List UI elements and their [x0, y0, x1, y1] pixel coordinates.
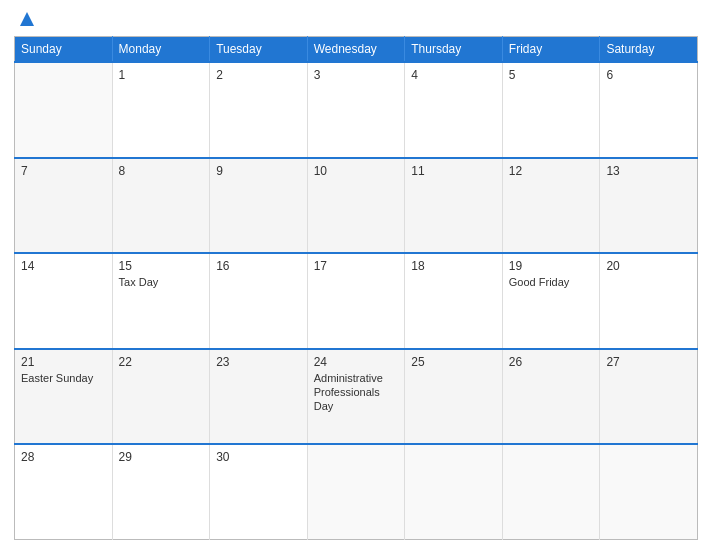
- day-number: 25: [411, 355, 496, 369]
- calendar-col-sunday: Sunday: [15, 37, 113, 63]
- logo: [14, 10, 36, 28]
- day-number: 23: [216, 355, 301, 369]
- calendar-day: 15Tax Day: [112, 253, 210, 349]
- day-number: 11: [411, 164, 496, 178]
- day-number: 1: [119, 68, 204, 82]
- calendar-day: 20: [600, 253, 698, 349]
- svg-marker-0: [20, 12, 34, 26]
- calendar-day: 7: [15, 158, 113, 254]
- day-number: 30: [216, 450, 301, 464]
- calendar-header-row: SundayMondayTuesdayWednesdayThursdayFrid…: [15, 37, 698, 63]
- calendar-event: Tax Day: [119, 275, 204, 289]
- calendar-day: 9: [210, 158, 308, 254]
- calendar-day: 16: [210, 253, 308, 349]
- calendar-day: [405, 444, 503, 540]
- day-number: 10: [314, 164, 399, 178]
- calendar-day: 22: [112, 349, 210, 445]
- calendar-col-monday: Monday: [112, 37, 210, 63]
- day-number: 15: [119, 259, 204, 273]
- page: SundayMondayTuesdayWednesdayThursdayFrid…: [0, 0, 712, 550]
- day-number: 24: [314, 355, 399, 369]
- day-number: 21: [21, 355, 106, 369]
- calendar-col-friday: Friday: [502, 37, 600, 63]
- day-number: 18: [411, 259, 496, 273]
- calendar-day: 24Administrative Professionals Day: [307, 349, 405, 445]
- day-number: 12: [509, 164, 594, 178]
- day-number: 20: [606, 259, 691, 273]
- calendar-day: 6: [600, 62, 698, 158]
- day-number: 16: [216, 259, 301, 273]
- calendar-day: 23: [210, 349, 308, 445]
- day-number: 26: [509, 355, 594, 369]
- calendar-day: 2: [210, 62, 308, 158]
- calendar-day: 28: [15, 444, 113, 540]
- day-number: 14: [21, 259, 106, 273]
- day-number: 28: [21, 450, 106, 464]
- calendar-col-wednesday: Wednesday: [307, 37, 405, 63]
- day-number: 6: [606, 68, 691, 82]
- day-number: 3: [314, 68, 399, 82]
- day-number: 27: [606, 355, 691, 369]
- calendar-day: 11: [405, 158, 503, 254]
- calendar-event: Easter Sunday: [21, 371, 106, 385]
- day-number: 7: [21, 164, 106, 178]
- calendar-day: 27: [600, 349, 698, 445]
- day-number: 29: [119, 450, 204, 464]
- day-number: 4: [411, 68, 496, 82]
- calendar-day: 29: [112, 444, 210, 540]
- day-number: 22: [119, 355, 204, 369]
- day-number: 2: [216, 68, 301, 82]
- calendar-day: 18: [405, 253, 503, 349]
- calendar-day: [307, 444, 405, 540]
- calendar-week-row: 21Easter Sunday222324Administrative Prof…: [15, 349, 698, 445]
- day-number: 19: [509, 259, 594, 273]
- day-number: 13: [606, 164, 691, 178]
- calendar-day: 1: [112, 62, 210, 158]
- calendar-week-row: 78910111213: [15, 158, 698, 254]
- calendar-day: 14: [15, 253, 113, 349]
- calendar-week-row: 282930: [15, 444, 698, 540]
- calendar-week-row: 123456: [15, 62, 698, 158]
- calendar-day: 25: [405, 349, 503, 445]
- calendar-week-row: 1415Tax Day16171819Good Friday20: [15, 253, 698, 349]
- calendar-day: 5: [502, 62, 600, 158]
- calendar-day: 26: [502, 349, 600, 445]
- calendar-day: [600, 444, 698, 540]
- calendar-day: 10: [307, 158, 405, 254]
- calendar-table: SundayMondayTuesdayWednesdayThursdayFrid…: [14, 36, 698, 540]
- calendar-day: 12: [502, 158, 600, 254]
- day-number: 8: [119, 164, 204, 178]
- calendar-day: 17: [307, 253, 405, 349]
- calendar-day: 3: [307, 62, 405, 158]
- calendar-day: [15, 62, 113, 158]
- calendar-event: Administrative Professionals Day: [314, 371, 399, 414]
- calendar-day: 30: [210, 444, 308, 540]
- calendar-day: 13: [600, 158, 698, 254]
- calendar-col-saturday: Saturday: [600, 37, 698, 63]
- calendar-day: 21Easter Sunday: [15, 349, 113, 445]
- calendar-col-thursday: Thursday: [405, 37, 503, 63]
- calendar-day: [502, 444, 600, 540]
- logo-icon: [18, 10, 36, 28]
- calendar-day: 8: [112, 158, 210, 254]
- calendar-day: 4: [405, 62, 503, 158]
- header: [14, 10, 698, 28]
- day-number: 17: [314, 259, 399, 273]
- calendar-day: 19Good Friday: [502, 253, 600, 349]
- calendar-event: Good Friday: [509, 275, 594, 289]
- day-number: 9: [216, 164, 301, 178]
- day-number: 5: [509, 68, 594, 82]
- calendar-col-tuesday: Tuesday: [210, 37, 308, 63]
